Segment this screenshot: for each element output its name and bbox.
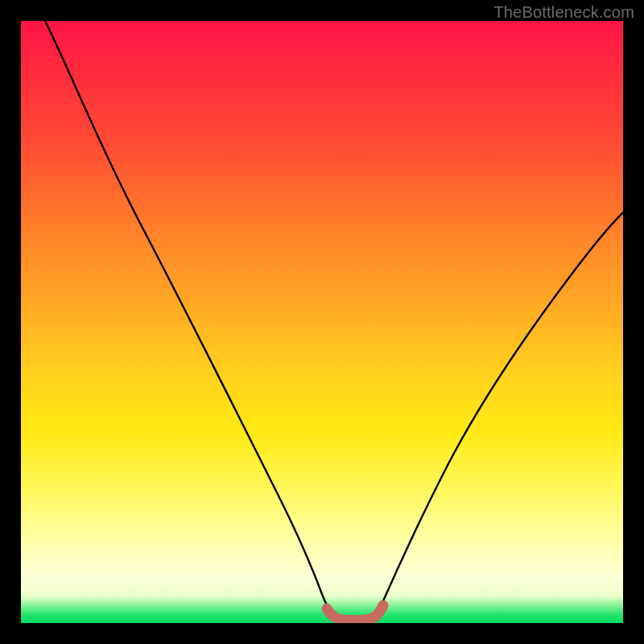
plot-area — [21, 21, 623, 623]
optimal-zone-highlight — [327, 605, 383, 621]
plot-svg — [21, 21, 623, 623]
chart-frame: TheBottleneck.com — [0, 0, 644, 644]
watermark-text: TheBottleneck.com — [493, 3, 634, 22]
bottleneck-curve — [45, 21, 623, 618]
